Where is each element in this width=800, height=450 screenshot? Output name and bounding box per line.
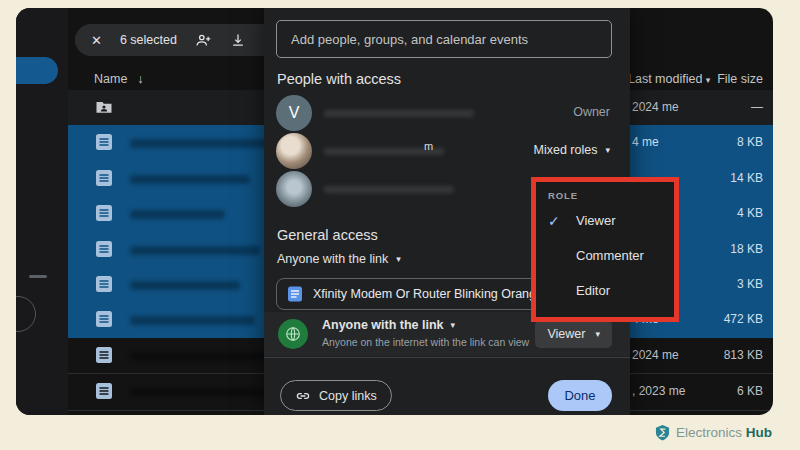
column-name[interactable]: Name ↓	[94, 72, 144, 86]
link-icon	[295, 388, 311, 404]
redacted-file-name	[130, 175, 250, 184]
column-file-size[interactable]: File size	[717, 72, 763, 86]
role-option-commenter[interactable]: Commenter	[536, 238, 674, 273]
size-cell: 18 KB	[730, 242, 763, 256]
redacted-file-name	[130, 210, 225, 219]
size-cell: —	[751, 100, 763, 114]
name-fragment: m	[424, 140, 433, 152]
modified-cell: 4 me	[632, 135, 659, 149]
modified-cell: , 2023 me	[632, 384, 685, 398]
person-row-owner: V Owner	[264, 94, 630, 132]
modified-cell: 2024 me	[632, 348, 679, 362]
role-menu-header: ROLE	[548, 190, 674, 201]
modified-cell: 2024 me	[632, 100, 679, 114]
size-cell: 813 KB	[724, 348, 763, 362]
avatar: V	[276, 95, 312, 131]
doc-file-icon	[95, 204, 113, 222]
doc-file-icon	[95, 382, 113, 400]
google-doc-icon	[287, 286, 303, 302]
caret-down-icon: ▾	[605, 146, 610, 155]
size-cell: 472 KB	[724, 312, 763, 326]
role-option-editor[interactable]: Editor	[536, 273, 674, 308]
caret-down-icon: ▾	[451, 321, 456, 330]
clear-selection-icon[interactable]: ✕	[91, 33, 102, 48]
redacted-file-name	[130, 246, 260, 255]
caret-down-icon: ▾	[396, 255, 401, 264]
doc-file-icon	[95, 275, 113, 293]
caret-down-icon: ▾	[706, 75, 711, 85]
brand-regular: Electronics	[676, 425, 742, 440]
avatar	[276, 133, 312, 169]
redacted-file-name	[130, 388, 270, 397]
sidebar-divider	[29, 275, 47, 278]
link-scope-description: Anyone on the internet with the link can…	[322, 336, 529, 348]
column-last-modified[interactable]: Last modified ▾	[628, 72, 710, 86]
redacted-file-name	[130, 139, 280, 148]
link-scope-dropdown[interactable]: Anyone with the link ▾	[322, 318, 455, 332]
sort-descending-icon[interactable]: ↓	[137, 72, 143, 86]
redacted-file-name	[130, 281, 240, 290]
redacted-file-name	[130, 316, 255, 325]
public-link-globe-icon	[278, 319, 308, 349]
sidebar-active-item[interactable]	[16, 57, 58, 84]
avatar	[276, 171, 312, 207]
size-cell: 14 KB	[730, 171, 763, 185]
size-cell: 3 KB	[737, 277, 763, 291]
role-option-viewer[interactable]: ✓ Viewer	[536, 203, 674, 238]
general-access-scope-dropdown[interactable]: Anyone with the link ▾	[277, 252, 401, 266]
done-button[interactable]: Done	[548, 380, 612, 411]
redacted-person-name	[324, 186, 454, 193]
size-cell: 4 KB	[737, 206, 763, 220]
person-row-2: m Mixed roles ▾	[264, 132, 630, 170]
general-access-heading: General access	[277, 227, 378, 243]
screenshot-frame: ✕ 6 selected Name ↓ Last	[0, 0, 800, 450]
doc-file-icon	[95, 169, 113, 187]
people-with-access-heading: People with access	[277, 71, 401, 87]
electronics-hub-shield-icon	[655, 424, 670, 441]
selection-count-label: 6 selected	[120, 33, 177, 47]
google-drive-app: ✕ 6 selected Name ↓ Last	[16, 8, 773, 415]
help-button-partial[interactable]	[16, 296, 36, 332]
check-icon: ✓	[536, 213, 576, 229]
caret-down-icon: ▾	[595, 330, 600, 339]
doc-file-icon	[95, 310, 113, 328]
size-cell: 8 KB	[737, 135, 763, 149]
owner-label: Owner	[573, 105, 610, 119]
share-person-add-icon[interactable]	[195, 32, 212, 49]
redacted-person-name	[324, 110, 474, 117]
link-role-dropdown[interactable]: Viewer ▾	[535, 320, 612, 348]
mixed-roles-dropdown[interactable]: Mixed roles ▾	[534, 143, 610, 157]
role-menu: ROLE ✓ Viewer Commenter Editor	[531, 177, 679, 322]
add-people-input[interactable]	[276, 20, 612, 58]
footer-divider	[264, 357, 630, 358]
size-cell: 6 KB	[737, 384, 763, 398]
electronics-hub-watermark: Electronics Hub	[655, 424, 772, 441]
brand-bold: Hub	[746, 425, 772, 440]
copy-links-button[interactable]: Copy links	[280, 380, 392, 411]
download-icon[interactable]	[230, 32, 246, 48]
doc-file-icon	[95, 346, 113, 364]
doc-file-icon	[95, 133, 113, 151]
doc-file-icon	[95, 240, 113, 258]
shared-folder-icon	[95, 98, 113, 116]
sidebar	[16, 8, 68, 415]
